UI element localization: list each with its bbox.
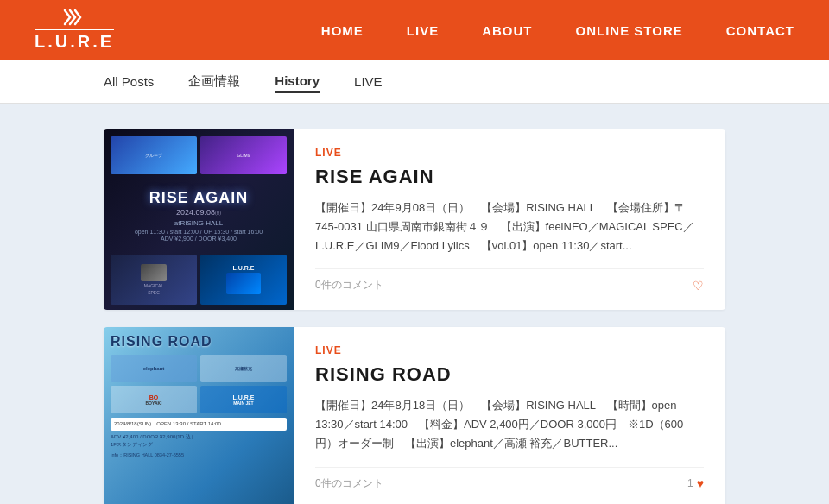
post-comments-2: 0件のコメント <box>315 476 383 491</box>
like-count-2: 1 <box>687 477 693 489</box>
heart-icon-1: ♡ <box>693 279 704 293</box>
nav-live[interactable]: LIVE <box>407 23 439 38</box>
post-title-2[interactable]: RISING ROAD <box>315 363 704 386</box>
post-excerpt-1: 【開催日】24年9月08日（日） 【会場】RISING HALL 【会場住所】〒… <box>315 198 704 255</box>
thumb-cell-lure: L.U.R.E MAIN JET <box>200 386 287 413</box>
post-thumbnail-2: RISING ROAD elephant 高瀬裕充 BO BOYAKI L.U.… <box>104 327 294 504</box>
thumb-mini-1: グループ <box>111 136 197 174</box>
thumb-cell-elephant: elephant <box>111 355 197 382</box>
nav-home[interactable]: HOME <box>321 23 364 38</box>
post-likes-2[interactable]: 1 ♥ <box>687 476 704 490</box>
post-footer-2: 0件のコメント 1 ♥ <box>315 467 704 491</box>
thumb-venue-1: atRISING HALL <box>174 219 223 227</box>
post-category-1: LIVE <box>315 147 704 159</box>
thumb-cell-takase: 高瀬裕充 <box>200 355 287 382</box>
main-nav: HOME LIVE ABOUT ONLINE STORE CONTACT <box>321 23 794 38</box>
post-body-2: LIVE RISING ROAD 【開催日】24年8月18日（日） 【会場】RI… <box>294 327 725 504</box>
thumb-bottom-right: L.U.R.E <box>200 255 287 305</box>
post-card-rising-road: RISING ROAD elephant 高瀬裕充 BO BOYAKI L.U.… <box>104 327 725 504</box>
tab-history[interactable]: History <box>275 70 320 93</box>
nav-online-store[interactable]: ONLINE STORE <box>576 23 683 38</box>
tabs-bar: All Posts 企画情報 History LIVE <box>0 60 829 104</box>
post-title-1[interactable]: RISE AGAIN <box>315 166 704 188</box>
thumb-title-1: RISE AGAIN <box>149 190 248 205</box>
heart-icon-2: ♥ <box>697 476 704 490</box>
thumb-date-1: 2024.09.08㈰ <box>176 208 221 217</box>
thumb-mini-2: GLIM9 <box>200 136 287 174</box>
post-card-rise-again: グループ GLIM9 RISE AGAIN 2024.09.08㈰ atRISI… <box>104 129 725 310</box>
tab-all-posts[interactable]: All Posts <box>104 71 154 92</box>
main-content: グループ GLIM9 RISE AGAIN 2024.09.08㈰ atRISI… <box>0 104 829 504</box>
nav-contact[interactable]: CONTACT <box>726 23 794 38</box>
thumb-times: open 11:30 / start 12:00 / OP 15:30 / st… <box>135 229 263 235</box>
post-likes-1[interactable]: ♡ <box>693 279 704 293</box>
tab-kikaku[interactable]: 企画情報 <box>188 70 240 93</box>
thumb-info-2: ADV ¥2,400 / DOOR ¥2,900(1D 込）1Fスタンディング <box>111 433 287 449</box>
post-category-2: LIVE <box>315 344 704 356</box>
logo[interactable]: L.U.R.E <box>35 9 114 52</box>
thumb-date-2: 2024/8/18(SUN) OPEN 13:30 / START 14:00 <box>111 418 287 431</box>
logo-icon <box>61 9 87 28</box>
post-body-1: LIVE RISE AGAIN 【開催日】24年9月08日（日） 【会場】RIS… <box>294 129 725 310</box>
thumb-price: ADV ¥2,900 / DOOR ¥3,400 <box>161 236 237 242</box>
thumb-contact-2: Info：RISING HALL 0834-27-6555 <box>111 452 287 458</box>
post-footer-1: 0件のコメント ♡ <box>315 268 704 293</box>
nav-about[interactable]: ABOUT <box>482 23 532 38</box>
logo-text: L.U.R.E <box>35 29 114 52</box>
thumb-title-2: RISING ROAD <box>111 334 287 350</box>
thumb-bottom-left: MAGICAL SPEC <box>111 255 197 305</box>
tab-live[interactable]: LIVE <box>354 71 383 92</box>
thumb-cell-boyaki: BO BOYAKI <box>111 386 197 413</box>
post-thumbnail-1: グループ GLIM9 RISE AGAIN 2024.09.08㈰ atRISI… <box>104 129 294 310</box>
site-header: L.U.R.E HOME LIVE ABOUT ONLINE STORE CON… <box>0 0 829 60</box>
post-comments-1: 0件のコメント <box>315 278 383 293</box>
post-excerpt-2: 【開催日】24年8月18日（日） 【会場】RISING HALL 【時間】ope… <box>315 396 704 453</box>
